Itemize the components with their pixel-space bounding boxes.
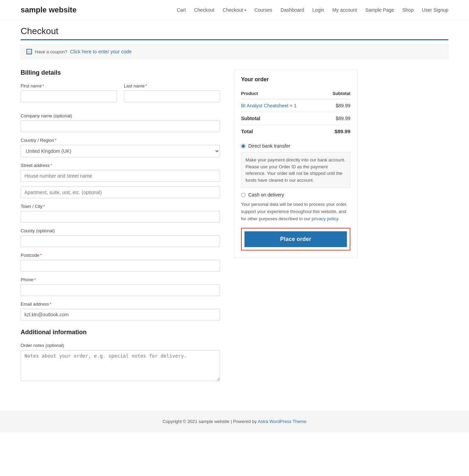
privacy-note: Your personal data will be used to proce…: [241, 201, 350, 222]
order-table: Product Subtotal BI Analyst Cheatsheet ×…: [241, 88, 350, 138]
order-box-title: Your order: [241, 76, 350, 83]
nav-login[interactable]: Login: [312, 7, 324, 13]
payment-option-cod: Cash on delivery: [241, 192, 350, 198]
nav-dashboard[interactable]: Dashboard: [281, 7, 304, 13]
nav-checkout-dropdown[interactable]: Checkout ▾: [223, 7, 246, 13]
coupon-link[interactable]: Click here to enter your code: [70, 49, 132, 54]
country-select[interactable]: United Kingdom (UK): [21, 145, 220, 157]
county-group: County (optional): [21, 228, 220, 247]
required-star-2: *: [145, 83, 147, 88]
nav-my-account[interactable]: My account: [332, 7, 357, 13]
coupon-banner: ◻ Have a coupon? Click here to enter you…: [21, 44, 448, 59]
name-row: First name* Last name*: [21, 83, 220, 108]
company-label: Company name (optional): [21, 113, 220, 118]
site-logo: sample website: [21, 6, 77, 14]
nav-courses[interactable]: Courses: [254, 7, 272, 13]
col-product-header: Product: [241, 88, 324, 99]
total-row: Total $89.99: [241, 125, 350, 138]
city-group: Town / City*: [21, 204, 220, 223]
phone-group: Phone*: [21, 277, 220, 296]
last-name-group: Last name*: [124, 83, 220, 102]
payment-label-cod[interactable]: Cash on delivery: [248, 192, 284, 198]
product-price: $89.99: [324, 99, 350, 112]
footer-theme-link[interactable]: Astra WordPress Theme: [258, 419, 306, 424]
last-name-label: Last name*: [124, 83, 220, 88]
phone-input[interactable]: [21, 284, 220, 296]
required-star-3: *: [55, 138, 57, 143]
first-name-label: First name*: [21, 83, 117, 88]
postcode-group: Postcode*: [21, 253, 220, 272]
email-group: Email address*: [21, 302, 220, 320]
required-star-6: *: [40, 253, 42, 258]
subtotal-label: Subtotal: [241, 112, 324, 125]
street-group: Street address*: [21, 163, 220, 198]
required-star-4: *: [51, 163, 52, 168]
email-label: Email address*: [21, 302, 220, 307]
city-input[interactable]: [21, 211, 220, 223]
payment-label-bank[interactable]: Direct bank transfer: [248, 143, 290, 149]
nav-cart[interactable]: Cart: [177, 7, 186, 13]
nav-checkout-dropdown-link[interactable]: Checkout: [223, 7, 243, 13]
order-box: Your order Product Subtotal BI Analyst C…: [234, 69, 358, 258]
chevron-down-icon: ▾: [244, 8, 246, 12]
order-notes-input[interactable]: [21, 350, 220, 381]
street-label: Street address*: [21, 163, 220, 168]
required-star-7: *: [34, 277, 36, 282]
coupon-icon: ◻: [26, 49, 32, 54]
street-input-1[interactable]: [21, 170, 220, 182]
col-subtotal-header: Subtotal: [324, 88, 350, 99]
footer: Copyright © 2021 sample website | Powere…: [0, 411, 469, 432]
country-label: Country / Region*: [21, 138, 220, 143]
first-name-group: First name*: [21, 83, 117, 102]
page-title-area: Checkout: [0, 20, 469, 40]
nav-sample-page[interactable]: Sample Page: [365, 7, 394, 13]
required-star-5: *: [43, 204, 45, 209]
nav-user-signup[interactable]: User Signup: [422, 7, 448, 13]
country-group: Country / Region* United Kingdom (UK): [21, 138, 220, 157]
county-label: County (optional): [21, 228, 220, 233]
last-name-input[interactable]: [124, 91, 220, 102]
payment-option-bank: Direct bank transfer: [241, 143, 350, 149]
privacy-policy-link[interactable]: privacy policy: [312, 216, 338, 221]
payment-radio-cod[interactable]: [241, 193, 246, 197]
postcode-input[interactable]: [21, 260, 220, 272]
billing-title: Billing details: [21, 69, 220, 76]
required-star-8: *: [50, 302, 51, 307]
first-name-input[interactable]: [21, 91, 117, 102]
nav-links: Cart Checkout Checkout ▾ Courses Dashboa…: [177, 7, 448, 13]
coupon-text: Have a coupon?: [35, 49, 67, 54]
additional-section: Additional information Order notes (opti…: [21, 329, 220, 381]
product-link[interactable]: BI Analyst Cheatsheet: [241, 103, 288, 108]
subtotal-row: Subtotal $89.99: [241, 112, 350, 125]
order-notes-label: Order notes (optional): [21, 343, 220, 348]
company-group: Company name (optional): [21, 113, 220, 132]
total-label: Total: [241, 125, 324, 138]
order-section: Your order Product Subtotal BI Analyst C…: [234, 69, 358, 258]
county-input[interactable]: [21, 235, 220, 247]
payment-section: Direct bank transfer Make your payment d…: [241, 143, 350, 198]
postcode-label: Postcode*: [21, 253, 220, 258]
phone-label: Phone*: [21, 277, 220, 282]
place-order-wrapper: Place order: [241, 228, 350, 251]
additional-title: Additional information: [21, 329, 220, 336]
required-star: *: [42, 83, 44, 88]
table-row: BI Analyst Cheatsheet × 1 $89.99: [241, 99, 350, 112]
email-input[interactable]: [21, 309, 220, 320]
street-input-2[interactable]: [21, 187, 220, 198]
page-title: Checkout: [21, 26, 448, 36]
subtotal-value: $89.99: [324, 112, 350, 125]
place-order-button[interactable]: Place order: [244, 231, 347, 247]
nav-shop[interactable]: Shop: [402, 7, 414, 13]
main-content: Billing details First name* Last name* C…: [0, 59, 469, 397]
footer-text: Copyright © 2021 sample website | Powere…: [163, 419, 257, 424]
total-value: $89.99: [324, 125, 350, 138]
payment-radio-bank[interactable]: [241, 144, 246, 148]
product-cell: BI Analyst Cheatsheet × 1: [241, 99, 324, 112]
city-label: Town / City*: [21, 204, 220, 209]
title-underline: [21, 39, 448, 40]
nav-checkout[interactable]: Checkout: [194, 7, 214, 13]
company-input[interactable]: [21, 120, 220, 132]
order-notes-group: Order notes (optional): [21, 343, 220, 381]
billing-section: Billing details First name* Last name* C…: [21, 69, 220, 387]
payment-description-bank: Make your payment directly into our bank…: [241, 152, 350, 188]
